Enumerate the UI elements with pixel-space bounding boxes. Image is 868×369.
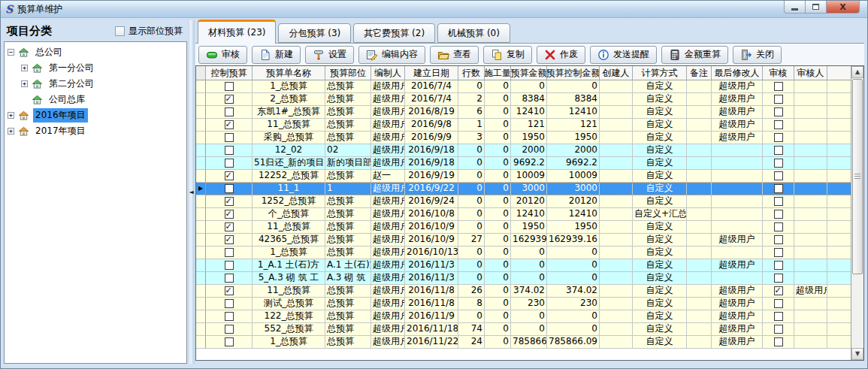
control-budget-checkbox[interactable] [225,261,234,270]
table-row-14[interactable]: 1_总预算总预算超级用户2016/10/130000自定义 [196,247,851,259]
audit-checkbox[interactable] [774,325,783,334]
maximize-button[interactable] [805,1,827,14]
table-row-1[interactable]: 1_总预算总预算超级用户2016/7/40000自定义超级用户 [196,80,851,93]
collapse-left-icon[interactable]: ◄ [189,189,193,195]
tab-1[interactable]: 材料预算 (23) [198,20,276,44]
red-x-button[interactable]: 作废 [537,46,585,64]
tree-item-6[interactable]: +2017年项目 [5,123,186,139]
close-button[interactable]: X [826,1,860,14]
column-header-5[interactable]: 建立日期 [405,66,458,80]
control-budget-checkbox[interactable] [225,184,234,193]
audit-checkbox[interactable] [774,248,783,257]
control-budget-checkbox[interactable] [225,312,234,321]
column-header-15[interactable]: 审核人 [794,66,827,80]
table-row-21[interactable]: 1_总预算总预算超级用户2016/11/22240785866.09785866… [196,336,851,349]
control-budget-checkbox[interactable] [225,95,234,104]
control-budget-checkbox[interactable] [225,337,234,346]
tab-3[interactable]: 其它费预算 (2) [353,23,435,43]
audit-checkbox[interactable] [774,159,783,168]
table-row-11[interactable]: 个_总预算总预算超级用户2016/10/8001241012410自定义+汇总 [196,208,851,221]
control-budget-checkbox[interactable] [225,146,234,155]
column-header-9[interactable]: 预算控制金额 [547,66,600,80]
audit-checkbox[interactable] [774,197,783,206]
exit-door-button[interactable]: 关闭 [733,46,782,64]
hammer-button[interactable]: 设置 [305,46,354,64]
audit-checkbox[interactable] [774,235,783,244]
table-row-12[interactable]: 11_总预算总预算超级用户2016/10/90019501950自定义 [196,221,851,234]
expand-icon[interactable]: + [21,80,28,87]
audit-checkbox[interactable] [774,107,783,116]
control-budget-checkbox[interactable] [225,222,234,231]
audit-checkbox[interactable] [774,337,783,346]
calculator-button[interactable]: 金额重算 [661,46,728,64]
table-row-8[interactable]: 12252_总预算总预算赵一2016/9/19001000910009自定义 [196,170,851,183]
tab-2[interactable]: 分包预算 (3) [278,23,351,43]
audit-checkbox[interactable] [774,299,783,308]
collapse-icon[interactable]: − [8,49,14,56]
column-header-12[interactable]: 备注 [687,66,712,80]
control-budget-checkbox[interactable] [225,82,234,91]
table-row-17[interactable]: 11_总预算总预算超级用户2016/11/8260374.02374.02自定义… [196,285,851,298]
control-budget-checkbox[interactable] [225,286,234,295]
expand-icon[interactable]: + [8,112,14,119]
column-header-14[interactable]: 审核 [763,66,794,80]
show-part-budget-option[interactable]: 显示部位预算 [115,25,187,38]
control-budget-checkbox[interactable] [225,274,234,283]
scroll-down-button[interactable]: ▼ [851,348,863,360]
control-budget-checkbox[interactable] [225,159,234,168]
control-budget-checkbox[interactable] [225,299,234,308]
audit-checkbox[interactable] [774,184,783,193]
copy-button[interactable]: 复制 [483,46,532,64]
audit-checkbox[interactable] [774,95,783,104]
control-budget-checkbox[interactable] [225,107,234,116]
control-budget-checkbox[interactable] [225,210,234,219]
column-header-6[interactable]: 行数 [458,66,485,80]
table-row-20[interactable]: 552_总预算总预算超级用户2016/11/1874000自定义超级用户 [196,323,851,336]
column-header-8[interactable]: 预算金额 [511,66,547,80]
column-header-3[interactable]: 预算部位 [325,66,371,80]
table-row-2[interactable]: 2_总预算总预算超级用户2016/7/42083848384自定义超级用户 [196,93,851,106]
audit-checkbox[interactable] [774,222,783,231]
audit-checkbox[interactable] [774,261,783,270]
table-row-7[interactable]: 51归还_新的项目新的项目部位超级用户2016/9/18009692.29692… [196,157,851,170]
audit-checkbox[interactable] [774,312,783,321]
table-row-18[interactable]: 测试_总预算总预算超级用户2016/11/880230230自定义超级用户 [196,298,851,310]
open-folder-button[interactable]: 查看 [430,46,479,64]
audit-checkbox[interactable] [774,171,783,180]
control-budget-checkbox[interactable] [225,248,234,257]
audit-button[interactable]: 审核 [198,46,247,64]
table-row-10[interactable]: 1252_总预算总预算超级用户2016/9/24002012020120自定义 [196,195,851,208]
new-doc-button[interactable]: 新建 [252,46,301,64]
table-row-19[interactable]: 122_总预算总预算超级用户2016/11/90000自定义超级用户 [196,310,851,323]
panel-splitter[interactable]: ◄ [188,20,195,364]
scroll-up-button[interactable]: ▲ [851,66,863,78]
vertical-scrollbar[interactable]: ▲ ▼ [851,66,863,360]
column-header-7[interactable]: 施工量 [485,66,511,80]
tree-item-3[interactable]: +第二分公司 [5,76,186,92]
column-header-1[interactable]: 控制预算 [206,66,253,80]
audit-checkbox[interactable] [774,286,783,295]
audit-checkbox[interactable] [774,274,783,283]
info-button[interactable]: 发送提醒 [590,46,657,64]
audit-checkbox[interactable] [774,210,783,219]
control-budget-checkbox[interactable] [225,120,234,129]
control-budget-checkbox[interactable] [225,197,234,206]
minimize-button[interactable] [784,1,806,14]
column-header-11[interactable]: 计算方式 [633,66,687,80]
control-budget-checkbox[interactable] [225,325,234,334]
table-row-15[interactable]: 1_A.1 土(石)方A.1 土(石)方超级用户2016/11/30000自定义… [196,259,851,272]
control-budget-checkbox[interactable] [225,171,234,180]
table-row-4[interactable]: 11_总预算总预算超级用户2016/9/810121121自定义超级用户 [196,119,851,132]
audit-checkbox[interactable] [774,82,783,91]
control-budget-checkbox[interactable] [225,235,234,244]
expand-icon[interactable]: + [8,128,14,135]
edit-button[interactable]: 编辑内容 [358,46,425,64]
column-header-4[interactable]: 编制人 [371,66,405,80]
column-header-10[interactable]: 创建人 [600,66,633,80]
tree-item-2[interactable]: +第一分公司 [5,60,186,76]
table-row-3[interactable]: 东凯1#_总预算总预算超级用户2016/8/19601241012410自定义超… [196,106,851,119]
tree-item-4[interactable]: 公司总库 [5,92,186,107]
show-part-budget-checkbox[interactable] [115,26,125,36]
tree-item-5[interactable]: +2016年项目 [5,107,186,123]
audit-checkbox[interactable] [774,133,783,142]
